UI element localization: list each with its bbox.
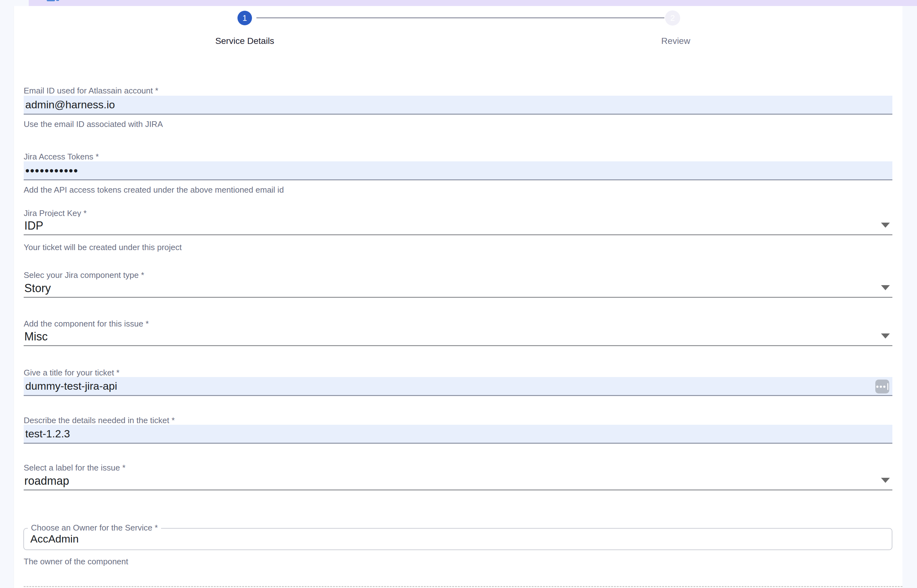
email-field-label: Email ID used for Atlassain account * <box>24 86 158 96</box>
page-gutter-right <box>902 6 917 588</box>
project-key-select[interactable]: IDP <box>24 217 892 235</box>
banner-logo-icon <box>56 0 59 1</box>
stepper-step-2[interactable]: 2 <box>665 10 680 26</box>
email-input[interactable] <box>24 96 892 115</box>
dot-glyph <box>883 386 885 388</box>
email-helper-text: Use the email ID associated with JIRA <box>24 120 163 129</box>
issue-label-select[interactable]: roadmap <box>24 472 892 490</box>
access-tokens-helper-text: Add the API access tokens created under … <box>24 185 284 195</box>
dot-glyph <box>876 386 878 388</box>
stepper-label-review: Review <box>581 36 770 46</box>
owner-helper-text: The owner of the component <box>24 557 128 567</box>
chevron-down-icon[interactable] <box>881 478 890 483</box>
component-type-value: Story <box>24 282 51 295</box>
chevron-down-icon[interactable] <box>881 223 890 228</box>
issue-label-value: roadmap <box>24 474 69 488</box>
component-type-select[interactable]: Story <box>24 279 892 298</box>
workflow-header-banner <box>29 0 917 6</box>
component-value: Misc <box>24 330 48 343</box>
owner-field-label: Choose an Owner for the Service * <box>28 523 161 533</box>
workflow-form-page: 1 2 Service Details Review Email ID used… <box>0 0 917 588</box>
cursor-bar-glyph <box>887 383 888 390</box>
stepper-label-service-details: Service Details <box>150 36 339 46</box>
bottom-cutoff-divider <box>24 586 902 587</box>
ticket-description-input[interactable] <box>24 425 892 444</box>
stepper-step-1[interactable]: 1 <box>237 11 252 25</box>
ticket-title-field-label: Give a title for your ticket * <box>24 368 119 378</box>
ticket-title-input[interactable] <box>24 377 892 396</box>
issue-label-field-label: Select a label for the issue * <box>24 463 125 473</box>
project-key-value: IDP <box>24 219 43 233</box>
stepper-connector <box>257 17 664 18</box>
page-gutter-left <box>0 0 14 588</box>
chevron-down-icon[interactable] <box>881 285 890 290</box>
component-field-label: Add the component for this issue * <box>24 319 149 329</box>
component-select[interactable]: Misc <box>24 328 892 346</box>
dot-glyph <box>880 386 882 388</box>
project-key-helper-text: Your ticket will be created under this p… <box>24 242 182 252</box>
chevron-down-icon[interactable] <box>881 333 890 339</box>
access-tokens-input[interactable] <box>24 162 892 180</box>
access-tokens-field-label: Jira Access Tokens * <box>24 152 99 162</box>
expression-input-icon[interactable] <box>875 380 889 394</box>
banner-logo-icon <box>47 0 55 1</box>
component-type-field-label: Selec your Jira component type * <box>24 270 144 280</box>
ticket-description-field-label: Describe the details needed in the ticke… <box>24 415 174 425</box>
